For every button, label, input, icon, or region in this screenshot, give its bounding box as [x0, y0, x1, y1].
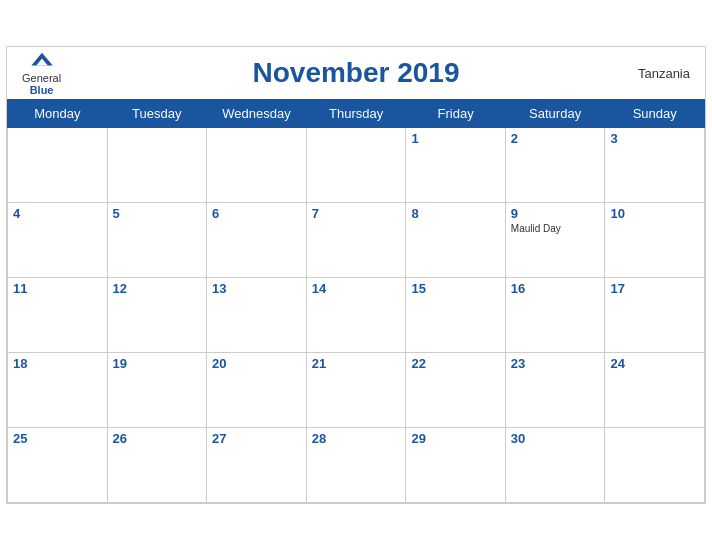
day-number: 21 [312, 356, 401, 371]
day-cell: 5 [107, 203, 207, 278]
day-cell: 18 [8, 353, 108, 428]
logo-general: General [22, 72, 61, 84]
day-cell: 28 [306, 428, 406, 503]
week-row-1: 123 [8, 128, 705, 203]
day-cell: 25 [8, 428, 108, 503]
day-cell: 4 [8, 203, 108, 278]
day-cell [605, 428, 705, 503]
day-cell: 7 [306, 203, 406, 278]
day-number: 1 [411, 131, 499, 146]
day-number: 19 [113, 356, 202, 371]
day-cell: 21 [306, 353, 406, 428]
day-cell: 1 [406, 128, 505, 203]
calendar-container: General Blue November 2019 Tanzania Mond… [6, 46, 706, 504]
day-cell: 11 [8, 278, 108, 353]
day-cell: 15 [406, 278, 505, 353]
day-number: 17 [610, 281, 699, 296]
day-number: 3 [610, 131, 699, 146]
day-cell [306, 128, 406, 203]
calendar-body: 123456789Maulid Day101112131415161718192… [8, 128, 705, 503]
day-cell: 29 [406, 428, 505, 503]
calendar-title: November 2019 [252, 57, 459, 89]
header-saturday: Saturday [505, 100, 605, 128]
day-number: 15 [411, 281, 499, 296]
holiday-text: Maulid Day [511, 223, 600, 234]
day-cell: 23 [505, 353, 605, 428]
day-number: 5 [113, 206, 202, 221]
calendar-header: General Blue November 2019 Tanzania [7, 47, 705, 99]
day-number: 13 [212, 281, 301, 296]
logo-area: General Blue [22, 50, 61, 96]
day-number: 14 [312, 281, 401, 296]
day-number: 18 [13, 356, 102, 371]
day-cell: 16 [505, 278, 605, 353]
day-cell: 22 [406, 353, 505, 428]
day-number: 24 [610, 356, 699, 371]
day-number: 6 [212, 206, 301, 221]
day-number: 11 [13, 281, 102, 296]
day-number: 16 [511, 281, 600, 296]
day-cell: 13 [207, 278, 307, 353]
day-number: 7 [312, 206, 401, 221]
day-cell: 24 [605, 353, 705, 428]
day-cell: 19 [107, 353, 207, 428]
day-cell: 26 [107, 428, 207, 503]
day-cell: 27 [207, 428, 307, 503]
day-number: 22 [411, 356, 499, 371]
day-number: 2 [511, 131, 600, 146]
day-cell: 3 [605, 128, 705, 203]
day-number: 25 [13, 431, 102, 446]
day-cell [107, 128, 207, 203]
day-number: 12 [113, 281, 202, 296]
header-tuesday: Tuesday [107, 100, 207, 128]
day-number: 29 [411, 431, 499, 446]
country-label: Tanzania [638, 66, 690, 81]
day-cell: 2 [505, 128, 605, 203]
day-cell: 30 [505, 428, 605, 503]
week-row-2: 456789Maulid Day10 [8, 203, 705, 278]
day-cell: 12 [107, 278, 207, 353]
header-sunday: Sunday [605, 100, 705, 128]
day-number: 28 [312, 431, 401, 446]
header-friday: Friday [406, 100, 505, 128]
day-cell: 17 [605, 278, 705, 353]
day-number: 4 [13, 206, 102, 221]
day-cell: 6 [207, 203, 307, 278]
day-cell: 8 [406, 203, 505, 278]
day-cell: 9Maulid Day [505, 203, 605, 278]
week-row-4: 18192021222324 [8, 353, 705, 428]
logo-icon [27, 50, 57, 70]
day-number: 23 [511, 356, 600, 371]
week-row-3: 11121314151617 [8, 278, 705, 353]
week-row-5: 252627282930 [8, 428, 705, 503]
logo-blue: Blue [30, 84, 54, 96]
day-cell: 10 [605, 203, 705, 278]
day-cell: 14 [306, 278, 406, 353]
day-number: 10 [610, 206, 699, 221]
day-number: 9 [511, 206, 600, 221]
day-cell: 20 [207, 353, 307, 428]
calendar-grid: Monday Tuesday Wednesday Thursday Friday… [7, 99, 705, 503]
day-number: 27 [212, 431, 301, 446]
day-number: 30 [511, 431, 600, 446]
days-header-row: Monday Tuesday Wednesday Thursday Friday… [8, 100, 705, 128]
day-cell [8, 128, 108, 203]
day-number: 26 [113, 431, 202, 446]
header-wednesday: Wednesday [207, 100, 307, 128]
day-cell [207, 128, 307, 203]
header-thursday: Thursday [306, 100, 406, 128]
header-monday: Monday [8, 100, 108, 128]
day-number: 20 [212, 356, 301, 371]
day-number: 8 [411, 206, 499, 221]
